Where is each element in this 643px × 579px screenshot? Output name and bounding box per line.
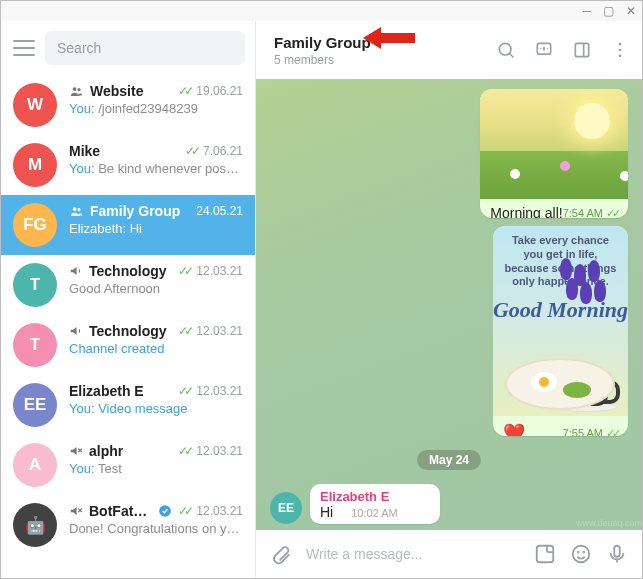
chat-name: Website [90, 83, 143, 99]
group-icon [69, 84, 84, 99]
message-time: 7:55 AM ✓✓ [563, 427, 618, 436]
chat-header[interactable]: Family Group 5 members [256, 21, 642, 79]
read-checks-icon: ✓✓ [178, 264, 190, 278]
avatar: EE [13, 383, 57, 427]
group-icon [69, 204, 84, 219]
chat-name: alphr [89, 443, 123, 459]
channel-icon [69, 264, 83, 278]
chat-preview: Good Afternoon [69, 281, 243, 296]
maximize-icon[interactable]: ▢ [603, 4, 614, 18]
read-checks-icon: ✓✓ [178, 444, 190, 458]
menu-icon[interactable] [13, 40, 35, 56]
message-image[interactable] [480, 89, 628, 199]
svg-point-23 [583, 552, 584, 553]
chat-date: 7.06.21 [203, 144, 243, 158]
sidepanel-icon[interactable] [572, 40, 592, 60]
svg-point-3 [77, 208, 80, 211]
svg-point-19 [619, 55, 622, 58]
avatar: T [13, 263, 57, 307]
read-checks-icon: ✓✓ [178, 384, 190, 398]
message-outgoing[interactable]: Take every chance you get in life, becau… [493, 226, 628, 436]
chat-name: Technology [89, 263, 167, 279]
message-text: Morning all! [490, 205, 562, 218]
search-input[interactable] [45, 31, 245, 65]
app-window: ─ ▢ ✕ WWebsite✓✓19.06.21You: /joinfed239… [0, 0, 643, 579]
mute-icon [69, 504, 83, 518]
message-time: 10:02 AM [351, 507, 397, 519]
chat-preview: You: Video message [69, 401, 243, 416]
svg-rect-15 [575, 43, 588, 56]
sidebar: WWebsite✓✓19.06.21You: /joinfed23948239M… [1, 21, 256, 578]
chat-title: Family Group [274, 34, 371, 51]
emoji-icon[interactable] [570, 543, 592, 565]
svg-rect-20 [537, 546, 554, 563]
svg-point-22 [578, 552, 579, 553]
chat-pane: Family Group 5 members [256, 21, 642, 578]
read-checks-icon: ✓✓ [178, 84, 190, 98]
message-outgoing[interactable]: Morning all! 7:54 AM ✓✓ [480, 89, 628, 218]
chat-date: 12.03.21 [196, 384, 243, 398]
chat-list-item[interactable]: WWebsite✓✓19.06.21You: /joinfed23948239 [1, 75, 255, 135]
minimize-icon[interactable]: ─ [582, 4, 591, 18]
date-separator: May 24 [417, 450, 481, 470]
watermark-text: www.deuaq.com [576, 518, 642, 528]
window-titlebar: ─ ▢ ✕ [1, 1, 642, 21]
read-checks-icon: ✓✓ [178, 504, 190, 518]
chat-list-item[interactable]: TTechnology✓✓12.03.21Good Afternoon [1, 255, 255, 315]
svg-point-17 [619, 43, 622, 46]
voice-chat-icon[interactable] [534, 40, 554, 60]
chat-list-item[interactable]: TTechnology✓✓12.03.21Channel created [1, 315, 255, 375]
chat-name: Mike [69, 143, 100, 159]
svg-point-0 [73, 87, 77, 91]
chat-subtitle: 5 members [274, 53, 371, 67]
messages-area: Morning all! 7:54 AM ✓✓ Take every chanc… [256, 79, 642, 530]
message-composer [256, 530, 642, 578]
more-icon[interactable] [610, 40, 630, 60]
sender-name[interactable]: Elizabeth E [320, 489, 430, 504]
message-incoming[interactable]: EE Elizabeth E Hi 10:02 AM [270, 484, 440, 524]
chat-list: WWebsite✓✓19.06.21You: /joinfed23948239M… [1, 75, 255, 578]
message-input[interactable] [306, 538, 520, 570]
chat-list-item[interactable]: EEElizabeth E✓✓12.03.21You: Video messag… [1, 375, 255, 435]
message-time: 7:54 AM ✓✓ [563, 207, 618, 219]
chat-preview: Done! Congratulations on yo… [69, 521, 243, 536]
chat-preview: You: Be kind whenever possi… [69, 161, 243, 176]
verified-icon [158, 504, 172, 518]
chat-preview: You: Test [69, 461, 243, 476]
avatar: A [13, 443, 57, 487]
sticker-icon[interactable] [534, 543, 556, 565]
chat-list-item[interactable]: Aalphr✓✓12.03.21You: Test [1, 435, 255, 495]
chat-name: BotFather [89, 503, 152, 519]
chat-list-item[interactable]: FGFamily Group24.05.21Elizabeth: Hi [1, 195, 255, 255]
chat-name: Elizabeth E [69, 383, 144, 399]
search-icon[interactable] [496, 40, 516, 60]
mic-icon[interactable] [606, 543, 628, 565]
read-checks-icon: ✓✓ [178, 324, 190, 338]
message-text: Hi [320, 504, 333, 520]
chat-date: 24.05.21 [196, 204, 243, 218]
chat-name: Family Group [90, 203, 180, 219]
close-icon[interactable]: ✕ [626, 4, 636, 18]
chat-date: 12.03.21 [196, 504, 243, 518]
chat-preview: Channel created [69, 341, 243, 356]
avatar[interactable]: EE [270, 492, 302, 524]
svg-point-1 [77, 88, 80, 91]
chat-date: 19.06.21 [196, 84, 243, 98]
reaction-heart[interactable]: ❤️ [503, 422, 525, 436]
chat-date: 12.03.21 [196, 264, 243, 278]
channel-icon [69, 324, 83, 338]
svg-point-2 [73, 207, 77, 211]
chat-list-item[interactable]: MMike✓✓7.06.21You: Be kind whenever poss… [1, 135, 255, 195]
svg-rect-24 [614, 546, 620, 557]
avatar: T [13, 323, 57, 367]
chat-list-item[interactable]: 🤖BotFather✓✓12.03.21Done! Congratulation… [1, 495, 255, 555]
attach-icon[interactable] [270, 543, 292, 565]
avatar: 🤖 [13, 503, 57, 547]
message-image[interactable]: Take every chance you get in life, becau… [493, 226, 628, 416]
avatar: M [13, 143, 57, 187]
chat-name: Technology [89, 323, 167, 339]
mute-icon [69, 444, 83, 458]
svg-point-21 [573, 546, 590, 563]
svg-point-9 [499, 43, 511, 55]
chat-preview: Elizabeth: Hi [69, 221, 243, 236]
